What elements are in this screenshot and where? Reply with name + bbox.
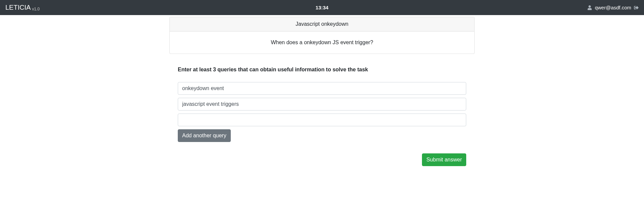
user-email[interactable]: qwer@asdf.com <box>595 5 631 10</box>
brand-name: LETICIA <box>5 4 31 11</box>
task-card: Javascript onkeydown When does a onkeydo… <box>169 17 475 54</box>
logout-icon[interactable] <box>634 5 639 10</box>
query-form: Enter at least 3 queries that can obtain… <box>169 67 475 166</box>
task-title: Javascript onkeydown <box>170 17 474 31</box>
form-instruction: Enter at least 3 queries that can obtain… <box>178 67 466 73</box>
add-button-row: Add another query <box>178 129 466 142</box>
query-input-1[interactable] <box>178 82 466 95</box>
navbar: LETICIA v1.0 13:34 qwer@asdf.com <box>0 0 644 15</box>
brand-version: v1.0 <box>32 7 40 11</box>
navbar-user: qwer@asdf.com <box>587 5 639 10</box>
navbar-brand[interactable]: LETICIA v1.0 <box>5 4 40 11</box>
submit-row: Submit answer <box>178 153 466 166</box>
main-container: Javascript onkeydown When does a onkeydo… <box>169 15 475 166</box>
query-input-2[interactable] <box>178 98 466 111</box>
add-query-button[interactable]: Add another query <box>178 129 231 142</box>
user-icon <box>587 5 592 10</box>
task-question: When does a onkeydown JS event trigger? <box>170 31 474 54</box>
submit-answer-button[interactable]: Submit answer <box>422 153 466 166</box>
query-input-3[interactable] <box>178 114 466 126</box>
navbar-time: 13:34 <box>316 5 328 10</box>
